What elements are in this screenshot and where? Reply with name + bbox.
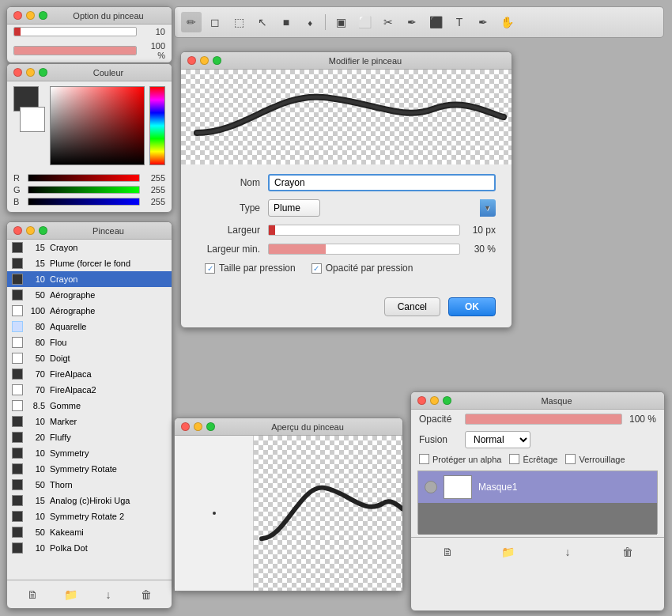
layer-item[interactable]: Masque1 [418, 471, 657, 503]
type-select[interactable]: Plume Crayon Marqueur [268, 199, 320, 217]
folder-brush-button[interactable]: 📁 [62, 586, 79, 603]
verrouillage-checkbox[interactable] [565, 454, 576, 464]
apercu-minimize-button[interactable] [194, 422, 202, 431]
maximize-button[interactable] [39, 11, 47, 20]
brush-item[interactable]: 50 Thorn [7, 477, 172, 493]
brush-item[interactable]: 50 Kakeami [7, 524, 172, 540]
nom-input[interactable] [268, 174, 496, 191]
masque-add-button[interactable]: 🗎 [439, 543, 456, 561]
masque-move-button[interactable]: ↓ [559, 543, 576, 561]
brush-item[interactable]: 10 Polka Dot [7, 540, 172, 556]
close-button[interactable] [13, 11, 22, 20]
pencil-tool[interactable]: ✏ [181, 12, 202, 32]
masque-fusion-select[interactable]: Normal Multiplier Écran [465, 431, 530, 448]
opacity-slider-track[interactable] [13, 46, 137, 55]
minimize-button[interactable] [26, 11, 35, 20]
brush-item[interactable]: 70 FireAlpaca2 [7, 382, 172, 398]
modify-dialog: Modifier le pinceau Nom Type Plume Crayo… [180, 51, 512, 328]
largeur-min-slider[interactable] [268, 244, 460, 255]
transform-tool[interactable]: ⬜ [354, 12, 375, 32]
brush-item[interactable]: 80 Flou [7, 334, 172, 350]
brush-item[interactable]: 50 Doigt [7, 350, 172, 366]
ecretage-checkbox[interactable] [509, 454, 519, 464]
apercu-maximize-button[interactable] [206, 422, 215, 431]
layer-visibility-toggle[interactable] [425, 481, 437, 493]
brush-item[interactable]: 20 Fluffy [7, 429, 172, 445]
add-brush-button[interactable]: 🗎 [24, 586, 41, 603]
brush-item[interactable]: 10 Symmetry Rotate 2 [7, 508, 172, 524]
shape-tool[interactable]: ⬛ [425, 12, 446, 32]
brush-item[interactable]: 100 Aérographe [7, 303, 172, 319]
apercu-close-button[interactable] [181, 422, 190, 431]
brush-size: 50 [28, 353, 45, 363]
red-slider[interactable] [28, 174, 140, 182]
brush-name: Flou [50, 338, 167, 347]
color-field[interactable] [50, 86, 145, 165]
masque-opacite-value: 100 % [629, 414, 656, 425]
masque-opacite-slider[interactable] [465, 414, 622, 425]
color-spectrum[interactable] [149, 86, 165, 165]
masque-minimize-button[interactable] [430, 396, 439, 405]
proteger-checkbox[interactable] [419, 454, 429, 464]
brush-name: Aérographe [50, 290, 167, 300]
masque-folder-button[interactable]: 📁 [499, 543, 516, 561]
blue-slider[interactable] [28, 198, 140, 206]
brush-close-button[interactable] [13, 226, 22, 235]
brush-item[interactable]: 10 Symmetry Rotate [7, 461, 172, 477]
eraser-tool[interactable]: ◻ [205, 12, 225, 32]
brush-item[interactable]: 50 Aérographe [7, 287, 172, 303]
green-slider[interactable] [28, 186, 140, 194]
modify-close-button[interactable] [187, 56, 196, 65]
modify-minimize-button[interactable] [200, 56, 209, 65]
dialog-buttons: Cancel OK [181, 291, 512, 327]
brush-item[interactable]: 15 Analog (c)Hiroki Uga [7, 493, 172, 508]
select-tool[interactable]: ⬚ [228, 12, 249, 32]
gradient-tool[interactable]: ⬧ [300, 12, 320, 32]
brush-size: 20 [28, 433, 45, 442]
brush-name: Marker [50, 417, 167, 426]
apercu-body [175, 436, 402, 591]
brush-item[interactable]: 70 FireAlpaca [7, 366, 172, 382]
brush-item[interactable]: 80 Aquarelle [7, 319, 172, 334]
masque-delete-button[interactable]: 🗑 [619, 543, 636, 561]
brush-minimize-button[interactable] [26, 226, 35, 235]
cancel-button[interactable]: Cancel [384, 297, 440, 316]
largeur-slider[interactable] [268, 225, 460, 236]
size-slider-track[interactable] [13, 27, 137, 36]
brush-item[interactable]: 10 Crayon [7, 271, 172, 287]
text-tool[interactable]: T [449, 12, 470, 32]
color-minimize-button[interactable] [26, 68, 35, 77]
brush-size: 10 [28, 417, 45, 426]
brush-item[interactable]: 15 Crayon [7, 240, 172, 255]
apercu-panel: Aperçu du pinceau [174, 418, 403, 591]
brush-swatch [12, 527, 23, 538]
brush-size: 100 [28, 306, 45, 316]
modify-maximize-button[interactable] [213, 56, 221, 65]
opacite-checkbox[interactable]: ✓ [311, 263, 322, 274]
layer-thumbnail [444, 475, 472, 499]
ok-button[interactable]: OK [448, 297, 496, 316]
edit-brush-button[interactable]: ↓ [100, 586, 117, 603]
select2-tool[interactable]: ✂ [378, 12, 398, 32]
brush-item[interactable]: 8.5 Gomme [7, 398, 172, 414]
eyedrop-tool[interactable]: ✒ [473, 12, 493, 32]
masque-close-button[interactable] [417, 396, 426, 405]
brush-name: Polka Dot [50, 543, 167, 553]
brush-item[interactable]: 10 Symmetry [7, 445, 172, 461]
brush-item[interactable]: 15 Plume (forcer le fond [7, 255, 172, 271]
move-tool[interactable]: ↖ [252, 12, 273, 32]
delete-brush-button[interactable]: 🗑 [138, 586, 155, 603]
bg-color-swatch[interactable] [20, 107, 45, 132]
brush-item[interactable]: 10 Marker [7, 414, 172, 429]
color-close-button[interactable] [13, 68, 22, 77]
fill-tool[interactable]: ■ [276, 12, 296, 32]
pen-tool[interactable]: ✒ [402, 12, 422, 32]
brush-size: 15 [28, 496, 45, 505]
color-maximize-button[interactable] [39, 68, 47, 77]
brush-name: Aquarelle [50, 322, 167, 331]
layer-tool[interactable]: ▣ [330, 12, 351, 32]
taille-checkbox[interactable]: ✓ [205, 263, 215, 274]
masque-maximize-button[interactable] [443, 396, 451, 405]
hand-tool[interactable]: ✋ [496, 12, 517, 32]
brush-maximize-button[interactable] [39, 226, 47, 235]
